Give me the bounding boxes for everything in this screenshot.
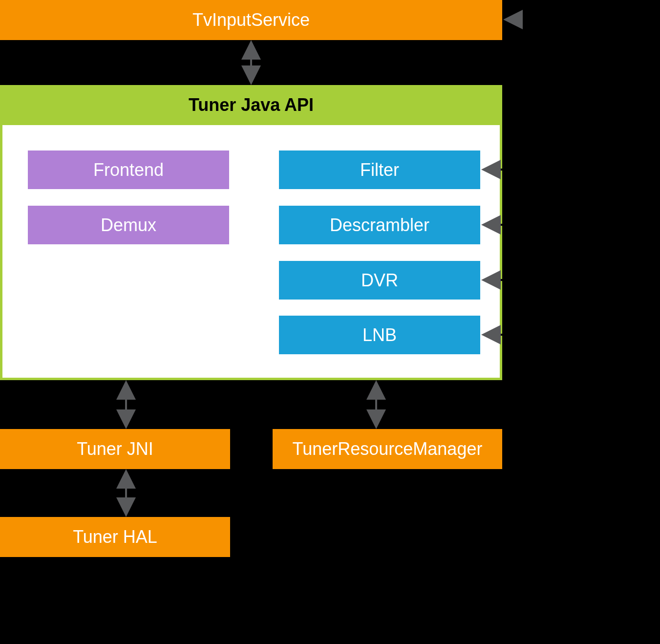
tv-input-service-box: TvInputService [0,0,502,40]
filter-box: Filter [279,150,480,189]
demux-label: Demux [101,215,156,236]
tuner-java-api-body: Frontend Demux Filter Descrambler DVR LN… [2,125,500,378]
dvr-label: DVR [361,270,398,291]
tv-input-service-label: TvInputService [192,10,310,30]
frontend-label: Frontend [93,160,164,180]
descrambler-box: Descrambler [279,206,480,244]
tuner-java-api-label: Tuner Java API [189,95,314,115]
tuner-java-api-container: Tuner Java API Frontend Demux Filter Des… [0,85,502,380]
tuner-java-api-header: Tuner Java API [0,85,502,125]
demux-box: Demux [28,206,229,244]
filter-label: Filter [360,160,399,180]
lnb-box: LNB [279,316,480,354]
tuner-jni-label: Tuner JNI [77,439,153,459]
tuner-hal-label: Tuner HAL [73,527,157,547]
tuner-jni-box: Tuner JNI [0,429,230,469]
tuner-resource-manager-box: TunerResourceManager [273,429,502,469]
lnb-label: LNB [362,325,397,345]
frontend-box: Frontend [28,150,229,189]
tuner-hal-box: Tuner HAL [0,517,230,557]
tuner-resource-manager-label: TunerResourceManager [293,439,483,459]
descrambler-label: Descrambler [330,215,429,236]
dvr-box: DVR [279,261,480,300]
